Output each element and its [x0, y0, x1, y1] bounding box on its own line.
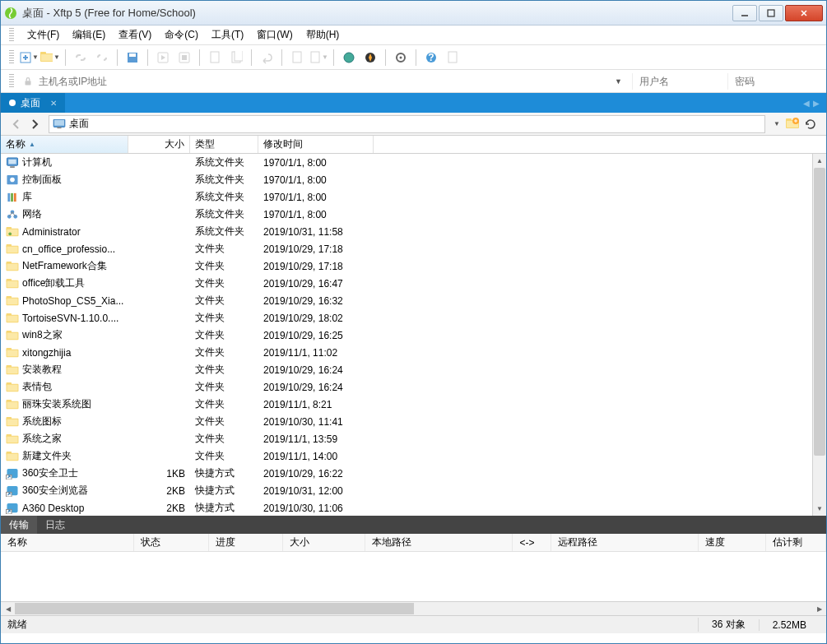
file-name: 新建文件夹 [22, 449, 72, 463]
folder-icon [6, 416, 19, 428]
menu-item[interactable]: 窗口(W) [250, 26, 299, 44]
scroll-right-icon[interactable]: ▶ [812, 602, 826, 615]
file-row[interactable]: 安装教程文件夹2019/10/29, 16:24 [1, 361, 826, 378]
menu-item[interactable]: 编辑(E) [66, 26, 112, 44]
menu-item[interactable]: 命令(C) [158, 26, 205, 44]
disk-button[interactable] [123, 48, 142, 67]
folder-icon [6, 382, 19, 393]
file-type: 快捷方式 [190, 501, 258, 515]
column-date[interactable]: 修改时间 [258, 136, 374, 153]
file-type: 文件夹 [190, 328, 258, 342]
file-date: 2019/10/30, 11:41 [258, 416, 374, 428]
minimize-button[interactable] [732, 5, 757, 21]
hscroll-thumb[interactable] [15, 603, 414, 614]
column-name[interactable]: 名称▲ [1, 136, 128, 153]
menu-item[interactable]: 文件(F) [21, 26, 66, 44]
transfer-column[interactable]: 名称 [1, 534, 134, 551]
session-tab[interactable]: 桌面 ✕ [1, 93, 65, 113]
unlink-button [92, 48, 112, 67]
file-row[interactable]: 系统图标文件夹2019/10/30, 11:41 [1, 413, 826, 430]
tab-transfer[interactable]: 传输 [1, 516, 37, 534]
open-button[interactable]: ▼ [40, 48, 60, 67]
window-title: 桌面 - Xftp 5 (Free for Home/School) [22, 6, 732, 21]
transfer-column[interactable]: 速度 [699, 534, 766, 551]
transfer-column[interactable]: <-> [513, 534, 551, 551]
compass-button[interactable] [360, 48, 380, 67]
file-name: 安装教程 [22, 363, 62, 377]
file-row[interactable]: cn_office_professio...文件夹2019/10/29, 17:… [1, 240, 826, 257]
file-row[interactable]: TortoiseSVN-1.10.0....文件夹2019/10/29, 18:… [1, 309, 826, 327]
transfer-header: 名称状态进度大小本地路径<->远程路径速度估计剩 [1, 534, 826, 552]
file-type: 文件夹 [190, 363, 258, 377]
tab-log[interactable]: 日志 [37, 516, 73, 534]
file-date: 1970/1/1, 8:00 [258, 209, 374, 220]
file-row[interactable]: 360安全卫士1KB快捷方式2019/10/29, 16:22 [1, 465, 826, 482]
file-name: A360 Desktop [22, 503, 84, 514]
status-size: 2.52MB [759, 619, 820, 631]
status-ready: 就绪 [7, 618, 698, 632]
file-row[interactable]: NetFramework合集文件夹2019/10/29, 17:18 [1, 257, 826, 275]
file-date: 2019/10/29, 16:32 [258, 295, 374, 307]
menu-item[interactable]: 帮助(H) [300, 26, 346, 44]
file-row[interactable]: 新建文件夹文件夹2019/11/1, 14:00 [1, 447, 826, 465]
file-type: 文件夹 [190, 294, 258, 308]
file-row[interactable]: 360安全浏览器2KB快捷方式2019/10/31, 12:00 [1, 482, 826, 499]
file-row[interactable]: 系统之家文件夹2019/11/1, 13:59 [1, 430, 826, 447]
scroll-up-icon[interactable]: ▲ [813, 154, 826, 168]
file-date: 2019/10/29, 16:24 [258, 364, 374, 376]
file-row[interactable]: A360 Desktop2KB快捷方式2019/10/30, 11:06 [1, 499, 826, 516]
file-row[interactable]: 控制面板系统文件夹1970/1/1, 8:00 [1, 171, 826, 188]
file-row[interactable]: 库系统文件夹1970/1/1, 8:00 [1, 188, 826, 206]
scroll-down-icon[interactable]: ▼ [813, 502, 826, 516]
file-row[interactable]: 表情包文件夹2019/10/29, 16:24 [1, 378, 826, 396]
vertical-scrollbar[interactable]: ▲ ▼ [812, 154, 826, 516]
maximize-button[interactable] [759, 5, 783, 21]
refresh-button[interactable] [801, 115, 820, 133]
new-button[interactable]: ▼ [19, 48, 39, 67]
file-name: 系统图标 [22, 415, 62, 429]
file-row[interactable]: Administrator系统文件夹2019/10/31, 11:58 [1, 223, 826, 240]
file-row[interactable]: PhotoShop_CS5_Xia...文件夹2019/10/29, 16:32 [1, 292, 826, 309]
horizontal-scrollbar[interactable]: ◀ ▶ [1, 601, 826, 615]
tab-prev-icon[interactable]: ◀ [803, 99, 810, 108]
menu-item[interactable]: 查看(V) [112, 26, 158, 44]
path-dropdown-icon[interactable]: ▼ [770, 120, 783, 127]
file-type: 文件夹 [190, 449, 258, 463]
username-input[interactable] [632, 73, 722, 90]
close-button[interactable] [785, 5, 823, 21]
transfer-column[interactable]: 本地路径 [365, 534, 513, 551]
column-type[interactable]: 类型 [190, 136, 258, 153]
docs-button [226, 48, 246, 67]
transfer-column[interactable]: 进度 [209, 534, 284, 551]
folder-icon [6, 295, 19, 307]
file-name: 库 [22, 190, 32, 204]
tab-next-icon[interactable]: ▶ [813, 99, 820, 108]
password-input[interactable] [727, 73, 818, 90]
file-row[interactable]: win8之家文件夹2019/10/29, 16:25 [1, 327, 826, 344]
help-button[interactable] [421, 48, 441, 67]
host-input[interactable] [39, 76, 605, 87]
forward-button[interactable] [26, 115, 44, 133]
file-name: TortoiseSVN-1.10.0.... [22, 313, 118, 324]
file-row[interactable]: 丽珠安装系统图文件夹2019/11/1, 8:21 [1, 396, 826, 413]
transfer-column[interactable]: 远程路径 [551, 534, 699, 551]
file-row[interactable]: 网络系统文件夹1970/1/1, 8:00 [1, 206, 826, 223]
settings-button[interactable] [391, 48, 411, 67]
menu-item[interactable]: 工具(T) [205, 26, 250, 44]
transfer-column[interactable]: 状态 [134, 534, 209, 551]
transfer-column[interactable]: 大小 [283, 534, 365, 551]
file-row[interactable]: xitongzhijia文件夹2019/11/1, 11:02 [1, 344, 826, 361]
scroll-left-icon[interactable]: ◀ [1, 602, 15, 615]
file-row[interactable]: 计算机系统文件夹1970/1/1, 8:00 [1, 154, 826, 171]
scroll-thumb[interactable] [814, 168, 825, 456]
shortcut-icon [6, 485, 19, 497]
path-box[interactable]: 桌面 [49, 115, 765, 133]
globe-button[interactable] [339, 48, 359, 67]
transfer-column[interactable]: 估计剩 [766, 534, 826, 551]
file-row[interactable]: office卸载工具文件夹2019/10/29, 16:47 [1, 275, 826, 292]
tab-close-icon[interactable]: ✕ [50, 99, 57, 108]
new-folder-button[interactable] [783, 115, 801, 133]
nav-bar: 桌面 ▼ [1, 113, 826, 136]
host-dropdown-icon[interactable]: ▼ [610, 77, 627, 86]
column-size[interactable]: 大小 [128, 136, 190, 153]
